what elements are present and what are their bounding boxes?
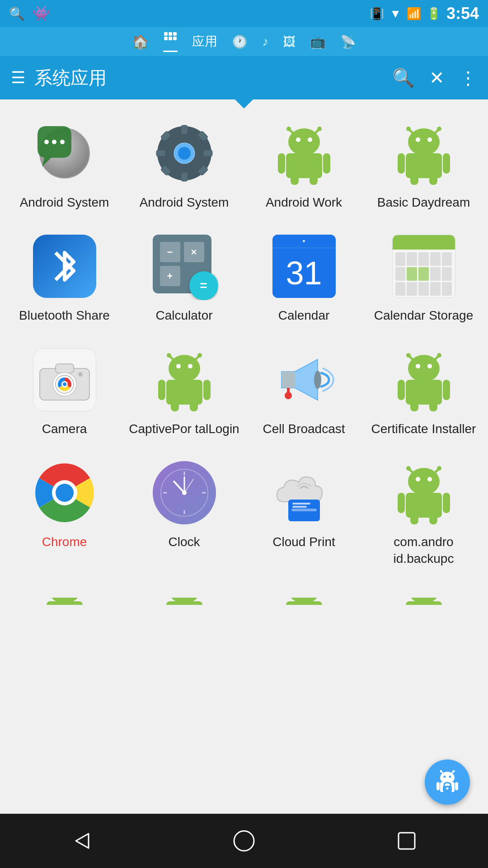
certificate-installer-icon: [390, 346, 458, 414]
partial-icon-4: [390, 598, 458, 605]
svg-rect-153: [455, 782, 458, 790]
home-button[interactable]: [232, 829, 256, 853]
app-label-android-system-2: Android System: [140, 194, 229, 211]
app-item-partial-1[interactable]: [5, 587, 124, 623]
cat-cast-icon[interactable]: 📡: [340, 34, 356, 49]
app-label-cloud-print: Cloud Print: [272, 534, 335, 550]
android-system-2-icon: [150, 119, 218, 187]
svg-point-149: [444, 776, 446, 778]
captive-portal-icon: [150, 346, 218, 414]
svg-point-150: [449, 776, 451, 778]
search-icon[interactable]: 🔍: [392, 67, 415, 89]
app-label-basic-daydream: Basic Daydream: [377, 194, 470, 211]
cat-recent-icon[interactable]: 🕐: [232, 34, 248, 49]
svg-rect-152: [436, 782, 440, 790]
backup-icon: [390, 459, 458, 527]
svg-rect-108: [398, 493, 405, 513]
toolbar-title: 系统应用: [34, 66, 383, 90]
app-item-basic-daydream[interactable]: Basic Daydream: [364, 108, 483, 222]
svg-rect-66: [190, 401, 198, 411]
svg-point-61: [188, 364, 192, 368]
cat-home-icon[interactable]: 🏠: [132, 34, 149, 50]
svg-point-58: [197, 353, 202, 358]
svg-rect-143: [406, 601, 442, 605]
app-item-calendar-storage[interactable]: Calendar Storage: [364, 222, 483, 335]
app-item-cell-broadcast[interactable]: Cell Broadcast: [244, 335, 364, 448]
cat-apps-icon[interactable]: [163, 31, 178, 52]
app-item-captive-portal[interactable]: CaptivePor talLogin: [124, 335, 244, 448]
partial-icon-3: [270, 598, 338, 605]
svg-rect-78: [406, 380, 442, 405]
camera-icon-wrap: [31, 346, 99, 414]
svg-rect-64: [203, 380, 211, 400]
app-item-backup[interactable]: com.andro id.backupc: [364, 448, 483, 578]
sim-icon: 📶: [407, 7, 421, 21]
svg-line-90: [184, 479, 193, 493]
app-item-partial-2[interactable]: [124, 587, 244, 623]
android-status-icon: 👾: [32, 5, 50, 22]
cell-broadcast-icon: [270, 346, 338, 414]
app-item-android-work[interactable]: Android Work: [244, 108, 364, 222]
svg-point-106: [427, 477, 432, 481]
svg-rect-0: [164, 32, 168, 36]
svg-rect-33: [291, 175, 299, 185]
svg-point-41: [427, 137, 432, 142]
app-item-clock[interactable]: Clock: [124, 448, 244, 578]
app-item-android-system-1[interactable]: Android System: [5, 108, 124, 222]
svg-rect-107: [406, 493, 442, 518]
svg-rect-16: [203, 150, 212, 156]
svg-rect-63: [158, 380, 165, 400]
menu-icon[interactable]: ☰: [11, 68, 25, 87]
app-item-android-system-2[interactable]: Android System: [124, 108, 244, 222]
svg-rect-48: [56, 364, 74, 373]
svg-marker-156: [76, 834, 89, 848]
android-work-icon: [270, 119, 338, 187]
cat-screen-icon[interactable]: 📺: [310, 34, 326, 49]
fab-button[interactable]: [425, 760, 470, 805]
svg-rect-46: [429, 175, 437, 185]
toolbar-triangle: [235, 99, 253, 108]
back-button[interactable]: [70, 829, 93, 853]
clock-icon-wrap: [150, 459, 218, 527]
svg-point-22: [178, 147, 191, 160]
app-grid: Android System: [0, 99, 488, 587]
recent-button[interactable]: [395, 829, 418, 853]
svg-point-24: [286, 127, 291, 131]
close-icon[interactable]: ✕: [429, 67, 445, 88]
svg-point-91: [182, 491, 187, 495]
app-item-partial-4[interactable]: [364, 587, 483, 623]
cloud-print-icon-wrap: [270, 459, 338, 527]
svg-point-75: [408, 355, 440, 382]
more-icon[interactable]: ⋮: [459, 67, 477, 88]
app-item-certificate-installer[interactable]: Certificate Installer: [364, 335, 483, 448]
app-item-camera[interactable]: Camera: [5, 335, 124, 448]
app-item-bluetooth-share[interactable]: Bluetooth Share: [5, 222, 124, 335]
battery-icon: 🔋: [427, 7, 441, 21]
svg-point-29: [308, 137, 312, 142]
svg-point-39: [408, 128, 440, 156]
svg-rect-119: [47, 601, 83, 605]
cat-photo-icon[interactable]: 🖼: [283, 34, 296, 49]
svg-rect-3: [164, 37, 168, 40]
cat-music-icon[interactable]: ♪: [262, 34, 268, 49]
app-item-calculator[interactable]: − × + = Calculator: [124, 222, 244, 335]
search-status-icon: 🔍: [9, 6, 25, 21]
svg-point-26: [317, 127, 322, 131]
app-item-partial-3[interactable]: [244, 587, 364, 623]
svg-rect-14: [181, 172, 188, 181]
app-label-calendar-storage: Calendar Storage: [374, 307, 473, 324]
app-item-chrome[interactable]: Chrome: [5, 448, 124, 578]
svg-point-103: [437, 466, 441, 471]
svg-rect-44: [443, 153, 450, 174]
svg-point-86: [56, 484, 74, 502]
app-item-calendar[interactable]: ▪ 31 Calendar: [244, 222, 364, 335]
app-item-cloud-print[interactable]: Cloud Print: [244, 448, 364, 578]
svg-rect-43: [398, 153, 405, 174]
calculator-icon: − × + =: [150, 232, 218, 300]
svg-rect-82: [429, 401, 437, 411]
svg-rect-65: [171, 401, 179, 411]
svg-point-101: [406, 466, 411, 471]
svg-point-155: [446, 788, 449, 790]
svg-rect-127: [166, 601, 202, 605]
svg-point-27: [288, 128, 320, 156]
